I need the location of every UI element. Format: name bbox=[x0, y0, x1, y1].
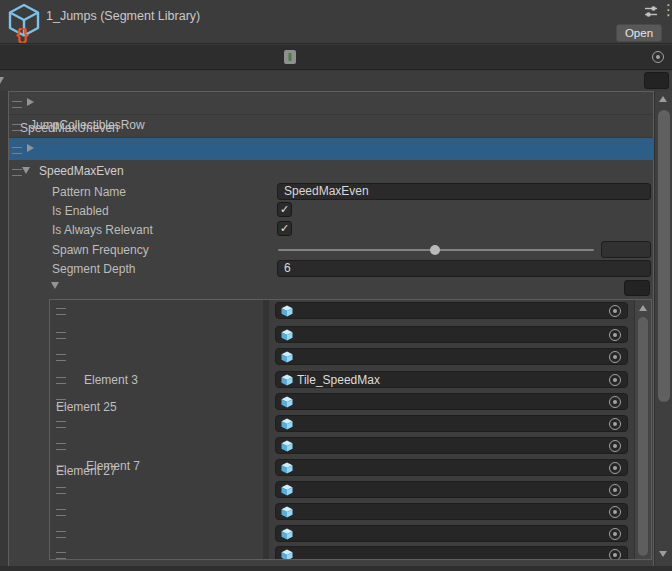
pattern-name-input[interactable]: SpeedMaxEven bbox=[277, 183, 651, 200]
open-button[interactable]: Open bbox=[616, 24, 662, 42]
is-enabled-label: Is Enabled bbox=[52, 204, 109, 218]
inspector-header: {} 1_Jumps (Segment Library) ⋮ Open bbox=[0, 0, 672, 44]
tile-object-field[interactable] bbox=[275, 393, 628, 410]
tile-object-field[interactable]: Tile_SpeedMax bbox=[275, 371, 628, 388]
tile-object-value: Tile_SpeedMax bbox=[297, 373, 380, 387]
inspector-window: {} 1_Jumps (Segment Library) ⋮ Open bbox=[0, 0, 672, 571]
object-picker-icon[interactable] bbox=[609, 418, 621, 430]
object-picker-icon[interactable] bbox=[609, 351, 621, 363]
object-picker-icon[interactable] bbox=[609, 484, 621, 496]
tile-list-row[interactable] bbox=[50, 546, 651, 560]
drag-handle-icon[interactable] bbox=[56, 332, 66, 339]
tile-object-field[interactable] bbox=[275, 326, 628, 343]
drag-handle-icon[interactable] bbox=[56, 354, 66, 361]
prefab-cube-icon bbox=[281, 329, 293, 341]
tile-list-row[interactable] bbox=[50, 481, 651, 500]
scroll-down-icon[interactable] bbox=[659, 551, 667, 557]
segment-depth-label: Segment Depth bbox=[52, 262, 135, 276]
object-picker-icon[interactable] bbox=[609, 396, 621, 408]
is-always-relevant-label: Is Always Relevant bbox=[52, 223, 153, 237]
object-picker-icon[interactable] bbox=[609, 462, 621, 474]
tile-list-row[interactable]: Tile_SpeedMax bbox=[50, 371, 651, 390]
tile-list-row[interactable] bbox=[50, 393, 651, 412]
drag-handle-icon[interactable] bbox=[56, 487, 66, 494]
foldout-down-icon[interactable] bbox=[51, 282, 59, 289]
object-picker-icon[interactable] bbox=[609, 305, 621, 317]
foldout-down-icon[interactable] bbox=[0, 77, 4, 84]
drag-handle-icon[interactable] bbox=[12, 101, 22, 108]
svg-text:{}: {} bbox=[16, 26, 28, 43]
inner-scrollbar-thumb[interactable] bbox=[638, 317, 648, 556]
drag-handle-icon[interactable] bbox=[56, 531, 66, 538]
pattern-name-label: Pattern Name bbox=[52, 185, 126, 199]
tile-list-row[interactable] bbox=[50, 503, 651, 522]
selected-segment-row[interactable] bbox=[9, 138, 654, 160]
tile-list-row[interactable] bbox=[50, 326, 651, 345]
tile-object-field[interactable] bbox=[275, 546, 628, 560]
tile-list-row[interactable] bbox=[50, 415, 651, 434]
drag-handle-icon[interactable] bbox=[12, 169, 22, 176]
drag-handle-icon[interactable] bbox=[12, 147, 22, 154]
tile-object-field[interactable] bbox=[275, 302, 628, 319]
foldout-right-icon[interactable] bbox=[27, 144, 34, 152]
spawn-frequency-value-field[interactable] bbox=[601, 241, 651, 258]
tile-list-row[interactable] bbox=[50, 525, 651, 544]
segment-list-header bbox=[0, 71, 672, 91]
tile-object-field[interactable] bbox=[275, 415, 628, 432]
object-picker-icon[interactable] bbox=[609, 528, 621, 540]
is-enabled-checkbox[interactable]: ✓ bbox=[277, 202, 292, 217]
more-menu-icon[interactable]: ⋮ bbox=[661, 1, 672, 19]
element-label: Element 3 bbox=[84, 373, 138, 387]
presets-icon[interactable] bbox=[644, 5, 658, 18]
scroll-up-icon[interactable] bbox=[659, 96, 667, 102]
inner-array-size-field[interactable] bbox=[624, 280, 650, 296]
prefab-cube-icon bbox=[281, 418, 293, 430]
object-picker-icon[interactable] bbox=[609, 506, 621, 518]
drag-handle-icon[interactable] bbox=[56, 308, 66, 315]
outer-array-size-field[interactable] bbox=[644, 72, 669, 89]
scroll-up-icon[interactable] bbox=[639, 305, 647, 311]
outer-scrollbar[interactable] bbox=[654, 91, 672, 571]
prefab-cube-icon bbox=[281, 528, 293, 540]
foldout-right-icon[interactable] bbox=[27, 98, 34, 106]
tile-list-row[interactable] bbox=[50, 348, 651, 367]
object-picker-icon[interactable] bbox=[609, 374, 621, 386]
inner-scrollbar[interactable] bbox=[634, 300, 651, 560]
drag-handle-icon[interactable] bbox=[56, 552, 66, 559]
window-bottom-edge bbox=[0, 566, 672, 571]
segment-depth-input[interactable]: 6 bbox=[277, 260, 651, 277]
prefab-cube-icon bbox=[281, 440, 293, 452]
outer-scrollbar-thumb[interactable] bbox=[658, 110, 670, 402]
tile-object-field[interactable] bbox=[275, 459, 628, 476]
prefab-cube-icon bbox=[281, 549, 293, 560]
tile-object-field[interactable] bbox=[275, 348, 628, 365]
tile-object-field[interactable] bbox=[275, 437, 628, 454]
tile-object-field[interactable] bbox=[275, 503, 628, 520]
drag-handle-icon[interactable] bbox=[56, 509, 66, 516]
object-picker-icon[interactable] bbox=[609, 440, 621, 452]
drag-handle-icon[interactable] bbox=[56, 421, 66, 428]
spawn-frequency-slider-thumb[interactable] bbox=[430, 245, 440, 255]
prefab-cube-icon bbox=[281, 396, 293, 408]
object-picker-icon[interactable] bbox=[609, 549, 621, 560]
prefab-cube-icon bbox=[281, 351, 293, 363]
tile-list-row[interactable] bbox=[50, 302, 651, 321]
segment-row-label[interactable]: SpeedMaxUneven bbox=[20, 121, 119, 135]
asset-file-icon bbox=[283, 49, 297, 65]
object-picker-icon[interactable] bbox=[609, 329, 621, 341]
spawn-frequency-label: Spawn Frequency bbox=[52, 243, 149, 257]
object-picker-icon[interactable] bbox=[652, 51, 664, 63]
tile-object-field[interactable] bbox=[275, 525, 628, 542]
drag-handle-icon[interactable] bbox=[56, 443, 66, 450]
asset-title: 1_Jumps (Segment Library) bbox=[46, 9, 200, 23]
tile-list-row[interactable] bbox=[50, 437, 651, 456]
tile-list-row[interactable] bbox=[50, 459, 651, 478]
is-always-relevant-checkbox[interactable]: ✓ bbox=[277, 221, 292, 236]
pattern-foldout-label[interactable]: SpeedMaxEven bbox=[39, 164, 124, 178]
scriptable-object-icon: {} bbox=[5, 3, 43, 43]
tile-object-field[interactable] bbox=[275, 481, 628, 498]
drag-handle-icon[interactable] bbox=[56, 377, 66, 384]
prefab-cube-icon bbox=[281, 305, 293, 317]
foldout-down-icon[interactable] bbox=[22, 167, 30, 174]
library-object-field[interactable] bbox=[0, 45, 672, 70]
